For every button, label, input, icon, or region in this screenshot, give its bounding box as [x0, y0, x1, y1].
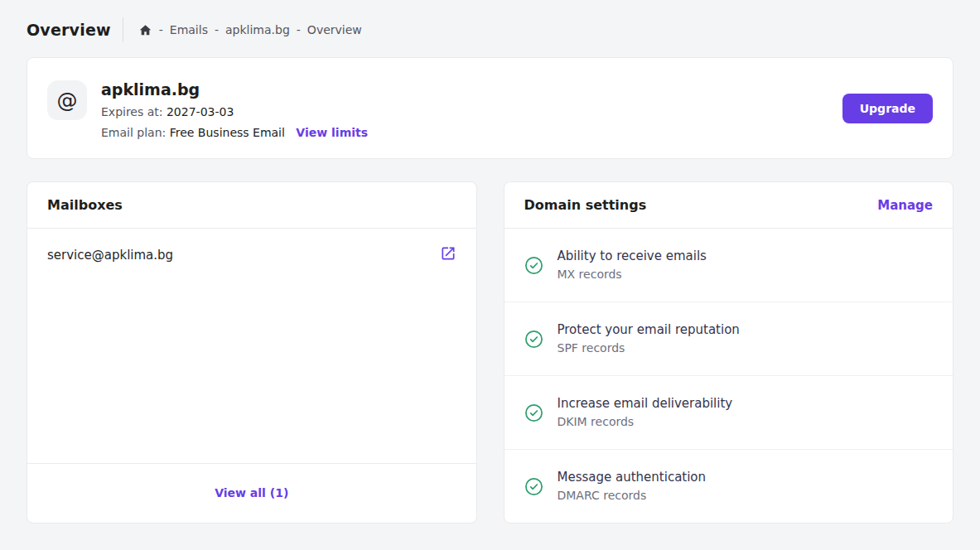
expires-line: Expires at: 2027-03-03	[101, 105, 368, 119]
row-subtitle: DMARC records	[558, 489, 707, 503]
open-mailbox-button[interactable]	[440, 245, 456, 264]
domain-setting-row-mx: Ability to receive emails MX records	[504, 229, 953, 302]
check-circle-icon	[524, 256, 543, 275]
row-title: Message authentication	[558, 470, 707, 485]
view-limits-link[interactable]: View limits	[296, 126, 368, 139]
plan-line: Email plan: Free Business Email View lim…	[101, 126, 368, 140]
view-all-link[interactable]: View all (1)	[215, 486, 288, 499]
plan-value: Free Business Email	[170, 126, 285, 139]
mailboxes-footer: View all (1)	[27, 463, 476, 523]
row-subtitle: MX records	[558, 268, 707, 282]
domain-setting-row-spf: Protect your email reputation SPF record…	[504, 302, 953, 376]
plan-label: Email plan:	[101, 126, 166, 139]
breadcrumb-separator: -	[297, 23, 301, 36]
domain-setting-row-dmarc: Message authentication DMARC records	[504, 450, 953, 523]
manage-link[interactable]: Manage	[877, 198, 933, 213]
breadcrumb-item-emails[interactable]: Emails	[170, 23, 208, 36]
domain-settings-card: Domain settings Manage Ability to receiv…	[504, 181, 954, 523]
check-circle-icon	[524, 403, 543, 422]
mailboxes-card: Mailboxes service@apklima.bg View all (1…	[27, 181, 477, 523]
columns: Mailboxes service@apklima.bg View all (1…	[27, 181, 953, 523]
breadcrumb-separator: -	[215, 23, 219, 36]
expires-label: Expires at:	[101, 105, 163, 118]
row-title: Ability to receive emails	[558, 248, 707, 263]
breadcrumb-item-overview: Overview	[307, 23, 362, 36]
row-texts: Increase email deliverability DKIM recor…	[558, 396, 733, 429]
check-circle-icon	[524, 477, 543, 496]
page-title: Overview	[27, 21, 111, 39]
breadcrumb-separator: -	[159, 23, 163, 36]
domain-settings-title: Domain settings	[524, 197, 647, 213]
mailbox-row: service@apklima.bg	[27, 229, 476, 281]
plan-info: apklima.bg Expires at: 2027-03-03 Email …	[101, 80, 368, 140]
external-link-icon	[440, 245, 456, 264]
row-title: Increase email deliverability	[558, 396, 733, 411]
mailbox-email: service@apklima.bg	[47, 248, 173, 263]
expires-value: 2027-03-03	[167, 105, 234, 118]
mailboxes-title: Mailboxes	[47, 197, 123, 213]
mailboxes-spacer	[27, 281, 476, 463]
breadcrumb: - Emails - apklima.bg - Overview	[138, 23, 362, 37]
plan-summary-card: @ apklima.bg Expires at: 2027-03-03 Emai…	[27, 57, 953, 159]
domain-setting-row-dkim: Increase email deliverability DKIM recor…	[504, 376, 953, 450]
upgrade-button[interactable]: Upgrade	[842, 94, 933, 123]
email-overview-page: Overview - Emails - apklima.bg - Overvie…	[0, 0, 980, 523]
mailboxes-header: Mailboxes	[27, 182, 476, 229]
row-subtitle: SPF records	[558, 341, 740, 355]
topbar-divider	[123, 17, 123, 42]
row-texts: Ability to receive emails MX records	[558, 248, 707, 282]
row-title: Protect your email reputation	[558, 322, 740, 337]
home-icon[interactable]	[138, 23, 152, 37]
check-circle-icon	[524, 330, 543, 349]
row-texts: Protect your email reputation SPF record…	[558, 322, 740, 355]
breadcrumb-item-domain[interactable]: apklima.bg	[225, 23, 290, 36]
domain-name: apklima.bg	[101, 80, 368, 99]
row-subtitle: DKIM records	[558, 415, 733, 429]
domain-settings-header: Domain settings Manage	[504, 182, 953, 229]
at-icon: @	[47, 80, 87, 120]
topbar: Overview - Emails - apklima.bg - Overvie…	[27, 0, 953, 41]
row-texts: Message authentication DMARC records	[558, 470, 707, 503]
